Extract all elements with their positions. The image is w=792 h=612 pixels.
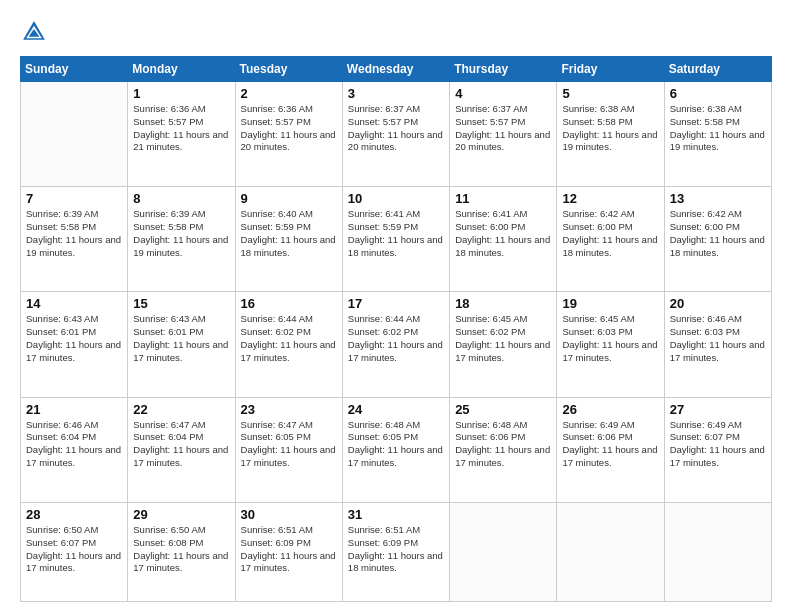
day-info: Sunrise: 6:36 AMSunset: 5:57 PMDaylight:… <box>241 103 337 154</box>
calendar-cell: 15Sunrise: 6:43 AMSunset: 6:01 PMDayligh… <box>128 292 235 397</box>
day-info: Sunrise: 6:44 AMSunset: 6:02 PMDaylight:… <box>348 313 444 364</box>
day-info: Sunrise: 6:48 AMSunset: 6:06 PMDaylight:… <box>455 419 551 470</box>
day-info: Sunrise: 6:39 AMSunset: 5:58 PMDaylight:… <box>26 208 122 259</box>
day-number: 24 <box>348 402 444 417</box>
day-info: Sunrise: 6:38 AMSunset: 5:58 PMDaylight:… <box>562 103 658 154</box>
days-of-week-row: SundayMondayTuesdayWednesdayThursdayFrid… <box>21 57 772 82</box>
day-number: 31 <box>348 507 444 522</box>
day-info: Sunrise: 6:43 AMSunset: 6:01 PMDaylight:… <box>133 313 229 364</box>
day-info: Sunrise: 6:51 AMSunset: 6:09 PMDaylight:… <box>348 524 444 575</box>
calendar-cell: 13Sunrise: 6:42 AMSunset: 6:00 PMDayligh… <box>664 187 771 292</box>
calendar-cell: 12Sunrise: 6:42 AMSunset: 6:00 PMDayligh… <box>557 187 664 292</box>
day-info: Sunrise: 6:46 AMSunset: 6:04 PMDaylight:… <box>26 419 122 470</box>
logo-icon <box>20 18 48 46</box>
day-number: 10 <box>348 191 444 206</box>
calendar-cell <box>21 82 128 187</box>
calendar-cell: 25Sunrise: 6:48 AMSunset: 6:06 PMDayligh… <box>450 397 557 502</box>
day-number: 9 <box>241 191 337 206</box>
calendar-table: SundayMondayTuesdayWednesdayThursdayFrid… <box>20 56 772 602</box>
day-info: Sunrise: 6:50 AMSunset: 6:07 PMDaylight:… <box>26 524 122 575</box>
day-number: 26 <box>562 402 658 417</box>
day-number: 16 <box>241 296 337 311</box>
day-info: Sunrise: 6:47 AMSunset: 6:05 PMDaylight:… <box>241 419 337 470</box>
day-info: Sunrise: 6:44 AMSunset: 6:02 PMDaylight:… <box>241 313 337 364</box>
day-info: Sunrise: 6:45 AMSunset: 6:03 PMDaylight:… <box>562 313 658 364</box>
day-number: 4 <box>455 86 551 101</box>
day-number: 11 <box>455 191 551 206</box>
day-number: 23 <box>241 402 337 417</box>
calendar-cell: 8Sunrise: 6:39 AMSunset: 5:58 PMDaylight… <box>128 187 235 292</box>
calendar-cell: 22Sunrise: 6:47 AMSunset: 6:04 PMDayligh… <box>128 397 235 502</box>
day-info: Sunrise: 6:40 AMSunset: 5:59 PMDaylight:… <box>241 208 337 259</box>
calendar-cell <box>664 502 771 601</box>
day-number: 7 <box>26 191 122 206</box>
calendar-cell: 20Sunrise: 6:46 AMSunset: 6:03 PMDayligh… <box>664 292 771 397</box>
page: SundayMondayTuesdayWednesdayThursdayFrid… <box>0 0 792 612</box>
day-number: 30 <box>241 507 337 522</box>
day-number: 6 <box>670 86 766 101</box>
day-info: Sunrise: 6:41 AMSunset: 5:59 PMDaylight:… <box>348 208 444 259</box>
calendar-cell: 9Sunrise: 6:40 AMSunset: 5:59 PMDaylight… <box>235 187 342 292</box>
calendar-cell: 29Sunrise: 6:50 AMSunset: 6:08 PMDayligh… <box>128 502 235 601</box>
dow-header-tuesday: Tuesday <box>235 57 342 82</box>
day-info: Sunrise: 6:50 AMSunset: 6:08 PMDaylight:… <box>133 524 229 575</box>
calendar-cell: 17Sunrise: 6:44 AMSunset: 6:02 PMDayligh… <box>342 292 449 397</box>
day-number: 17 <box>348 296 444 311</box>
day-info: Sunrise: 6:47 AMSunset: 6:04 PMDaylight:… <box>133 419 229 470</box>
calendar-cell: 30Sunrise: 6:51 AMSunset: 6:09 PMDayligh… <box>235 502 342 601</box>
week-row-4: 21Sunrise: 6:46 AMSunset: 6:04 PMDayligh… <box>21 397 772 502</box>
day-info: Sunrise: 6:37 AMSunset: 5:57 PMDaylight:… <box>348 103 444 154</box>
day-info: Sunrise: 6:41 AMSunset: 6:00 PMDaylight:… <box>455 208 551 259</box>
dow-header-thursday: Thursday <box>450 57 557 82</box>
day-number: 28 <box>26 507 122 522</box>
day-number: 15 <box>133 296 229 311</box>
calendar-cell: 4Sunrise: 6:37 AMSunset: 5:57 PMDaylight… <box>450 82 557 187</box>
day-number: 12 <box>562 191 658 206</box>
day-info: Sunrise: 6:42 AMSunset: 6:00 PMDaylight:… <box>670 208 766 259</box>
calendar-cell: 24Sunrise: 6:48 AMSunset: 6:05 PMDayligh… <box>342 397 449 502</box>
day-number: 22 <box>133 402 229 417</box>
day-number: 5 <box>562 86 658 101</box>
week-row-3: 14Sunrise: 6:43 AMSunset: 6:01 PMDayligh… <box>21 292 772 397</box>
calendar-cell: 21Sunrise: 6:46 AMSunset: 6:04 PMDayligh… <box>21 397 128 502</box>
day-number: 25 <box>455 402 551 417</box>
calendar-cell <box>450 502 557 601</box>
calendar-cell: 19Sunrise: 6:45 AMSunset: 6:03 PMDayligh… <box>557 292 664 397</box>
day-number: 14 <box>26 296 122 311</box>
dow-header-sunday: Sunday <box>21 57 128 82</box>
header <box>20 18 772 46</box>
day-info: Sunrise: 6:51 AMSunset: 6:09 PMDaylight:… <box>241 524 337 575</box>
calendar-cell: 7Sunrise: 6:39 AMSunset: 5:58 PMDaylight… <box>21 187 128 292</box>
calendar-cell: 18Sunrise: 6:45 AMSunset: 6:02 PMDayligh… <box>450 292 557 397</box>
day-number: 27 <box>670 402 766 417</box>
calendar-cell: 3Sunrise: 6:37 AMSunset: 5:57 PMDaylight… <box>342 82 449 187</box>
day-number: 18 <box>455 296 551 311</box>
day-info: Sunrise: 6:45 AMSunset: 6:02 PMDaylight:… <box>455 313 551 364</box>
calendar-cell: 2Sunrise: 6:36 AMSunset: 5:57 PMDaylight… <box>235 82 342 187</box>
dow-header-friday: Friday <box>557 57 664 82</box>
day-info: Sunrise: 6:37 AMSunset: 5:57 PMDaylight:… <box>455 103 551 154</box>
calendar-cell: 31Sunrise: 6:51 AMSunset: 6:09 PMDayligh… <box>342 502 449 601</box>
day-info: Sunrise: 6:49 AMSunset: 6:06 PMDaylight:… <box>562 419 658 470</box>
day-info: Sunrise: 6:38 AMSunset: 5:58 PMDaylight:… <box>670 103 766 154</box>
day-number: 1 <box>133 86 229 101</box>
day-info: Sunrise: 6:48 AMSunset: 6:05 PMDaylight:… <box>348 419 444 470</box>
calendar-cell: 23Sunrise: 6:47 AMSunset: 6:05 PMDayligh… <box>235 397 342 502</box>
day-number: 3 <box>348 86 444 101</box>
day-number: 19 <box>562 296 658 311</box>
week-row-2: 7Sunrise: 6:39 AMSunset: 5:58 PMDaylight… <box>21 187 772 292</box>
day-number: 29 <box>133 507 229 522</box>
calendar-cell: 6Sunrise: 6:38 AMSunset: 5:58 PMDaylight… <box>664 82 771 187</box>
calendar-cell: 27Sunrise: 6:49 AMSunset: 6:07 PMDayligh… <box>664 397 771 502</box>
week-row-5: 28Sunrise: 6:50 AMSunset: 6:07 PMDayligh… <box>21 502 772 601</box>
calendar-cell: 14Sunrise: 6:43 AMSunset: 6:01 PMDayligh… <box>21 292 128 397</box>
day-number: 8 <box>133 191 229 206</box>
day-info: Sunrise: 6:46 AMSunset: 6:03 PMDaylight:… <box>670 313 766 364</box>
dow-header-wednesday: Wednesday <box>342 57 449 82</box>
day-info: Sunrise: 6:36 AMSunset: 5:57 PMDaylight:… <box>133 103 229 154</box>
week-row-1: 1Sunrise: 6:36 AMSunset: 5:57 PMDaylight… <box>21 82 772 187</box>
calendar-body: 1Sunrise: 6:36 AMSunset: 5:57 PMDaylight… <box>21 82 772 602</box>
day-number: 2 <box>241 86 337 101</box>
calendar-cell: 1Sunrise: 6:36 AMSunset: 5:57 PMDaylight… <box>128 82 235 187</box>
logo <box>20 18 52 46</box>
